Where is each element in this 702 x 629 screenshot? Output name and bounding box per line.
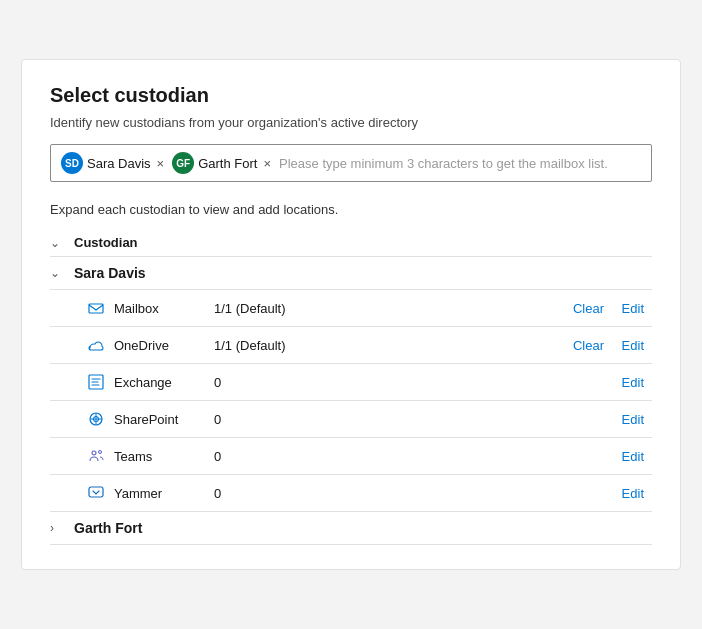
svg-rect-8 [89, 487, 103, 497]
service-count-exchange: 0 [214, 375, 565, 390]
service-row-teams: Teams0ClearEdit [50, 438, 652, 475]
exchange-icon [86, 372, 106, 392]
custodian-list: ⌄Sara Davis Mailbox1/1 (Default)ClearEdi… [50, 257, 652, 545]
chevron-icon-sara-davis[interactable]: ⌄ [50, 266, 66, 280]
svg-point-6 [92, 451, 96, 455]
edit-button-teams[interactable]: Edit [612, 449, 652, 464]
tag-label-sara-davis: Sara Davis [87, 156, 151, 171]
clear-button-mailbox[interactable]: Clear [565, 301, 612, 316]
service-count-mailbox: 1/1 (Default) [214, 301, 565, 316]
header-chevron-icon[interactable]: ⌄ [50, 236, 66, 250]
chevron-icon-garth-fort[interactable]: › [50, 521, 66, 535]
service-name-yammer: Yammer [114, 486, 214, 501]
edit-button-yammer[interactable]: Edit [612, 486, 652, 501]
onedrive-icon [86, 335, 106, 355]
edit-button-mailbox[interactable]: Edit [612, 301, 652, 316]
service-count-sharepoint: 0 [214, 412, 565, 427]
service-row-yammer: Yammer0ClearEdit [50, 475, 652, 512]
edit-button-onedrive[interactable]: Edit [612, 338, 652, 353]
search-placeholder: Please type minimum 3 characters to get … [279, 156, 641, 171]
service-row-sharepoint: SharePoint0ClearEdit [50, 401, 652, 438]
table-header: ⌄ Custodian [50, 229, 652, 257]
service-name-exchange: Exchange [114, 375, 214, 390]
tag-close-garth-fort[interactable]: × [261, 157, 273, 170]
service-row-onedrive: OneDrive1/1 (Default)ClearEdit [50, 327, 652, 364]
edit-button-exchange[interactable]: Edit [612, 375, 652, 390]
service-name-teams: Teams [114, 449, 214, 464]
clear-button-onedrive[interactable]: Clear [565, 338, 612, 353]
service-name-sharepoint: SharePoint [114, 412, 214, 427]
page-subtitle: Identify new custodians from your organi… [50, 115, 652, 130]
column-header-label: Custodian [74, 235, 138, 250]
custodian-name-garth-fort: Garth Fort [74, 520, 142, 536]
teams-icon [86, 446, 106, 466]
service-count-teams: 0 [214, 449, 565, 464]
service-row-exchange: Exchange0ClearEdit [50, 364, 652, 401]
svg-point-7 [99, 451, 102, 454]
tag-label-garth-fort: Garth Fort [198, 156, 257, 171]
svg-rect-0 [89, 304, 103, 313]
select-custodian-panel: Select custodian Identify new custodians… [21, 59, 681, 570]
page-title: Select custodian [50, 84, 652, 107]
custodian-search-box[interactable]: SDSara Davis×GFGarth Fort×Please type mi… [50, 144, 652, 182]
service-name-mailbox: Mailbox [114, 301, 214, 316]
instruction-text: Expand each custodian to view and add lo… [50, 202, 652, 217]
custodian-name-sara-davis: Sara Davis [74, 265, 146, 281]
edit-button-sharepoint[interactable]: Edit [612, 412, 652, 427]
tag-avatar-garth-fort: GF [172, 152, 194, 174]
custodian-row-garth-fort[interactable]: ›Garth Fort [50, 512, 652, 545]
yammer-icon [86, 483, 106, 503]
service-name-onedrive: OneDrive [114, 338, 214, 353]
mailbox-icon [86, 298, 106, 318]
tag-avatar-sara-davis: SD [61, 152, 83, 174]
tag-sara-davis: SDSara Davis× [61, 152, 166, 174]
tag-close-sara-davis[interactable]: × [155, 157, 167, 170]
service-row-mailbox: Mailbox1/1 (Default)ClearEdit [50, 290, 652, 327]
sharepoint-icon [86, 409, 106, 429]
service-count-onedrive: 1/1 (Default) [214, 338, 565, 353]
service-count-yammer: 0 [214, 486, 565, 501]
custodian-row-sara-davis[interactable]: ⌄Sara Davis [50, 257, 652, 290]
tag-garth-fort: GFGarth Fort× [172, 152, 273, 174]
